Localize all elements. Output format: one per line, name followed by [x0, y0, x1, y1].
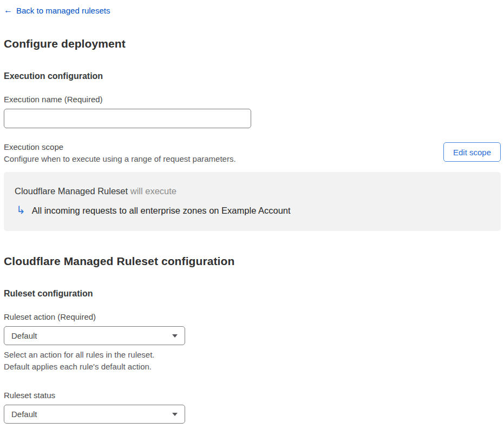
back-to-managed-rulesets-link[interactable]: ← Back to managed rulesets	[4, 6, 110, 15]
ruleset-configuration-subheading: Ruleset configuration	[4, 289, 501, 299]
execution-scope-text: Execution scope Configure when to execut…	[4, 142, 236, 165]
ruleset-action-help-line1: Select an action for all rules in the ru…	[4, 349, 501, 361]
ruleset-status-selected-value: Default	[11, 410, 37, 419]
edit-scope-button[interactable]: Edit scope	[443, 142, 501, 162]
ruleset-action-select[interactable]: Default	[4, 326, 185, 345]
execution-scope-row: Execution scope Configure when to execut…	[4, 142, 501, 165]
chevron-down-icon	[172, 334, 178, 338]
execution-preview-scope: ↳ All incoming requests to all enterpris…	[15, 206, 490, 216]
execution-name-input[interactable]	[4, 109, 251, 128]
ruleset-action-selected-value: Default	[11, 331, 37, 340]
ruleset-action-help: Select an action for all rules in the ru…	[4, 349, 501, 373]
execution-configuration-heading: Execution configuration	[4, 71, 501, 81]
preview-will-execute: will execute	[128, 186, 176, 196]
back-arrow-icon: ←	[4, 6, 12, 15]
ruleset-action-label: Ruleset action (Required)	[4, 312, 501, 321]
branch-arrow-icon: ↳	[16, 204, 25, 215]
page-title: Configure deployment	[4, 37, 501, 50]
execution-preview-box: Cloudflare Managed Ruleset will execute …	[4, 172, 501, 231]
execution-scope-description: Configure when to execute using a range …	[4, 153, 236, 165]
ruleset-status-select[interactable]: Default	[4, 405, 185, 424]
preview-scope-text: All incoming requests to all enterprise …	[32, 206, 291, 216]
ruleset-action-help-line2: Default applies each rule's default acti…	[4, 361, 501, 373]
preview-ruleset-name: Cloudflare Managed Ruleset	[15, 186, 128, 196]
ruleset-configuration-section-heading: Cloudflare Managed Ruleset configuration	[4, 255, 501, 268]
back-link-label: Back to managed rulesets	[16, 6, 110, 15]
execution-name-label: Execution name (Required)	[4, 95, 501, 104]
ruleset-status-label: Ruleset status	[4, 391, 501, 400]
execution-scope-label: Execution scope	[4, 142, 236, 151]
chevron-down-icon	[172, 413, 178, 416]
configure-deployment-page: ← Back to managed rulesets Configure dep…	[0, 0, 504, 429]
execution-preview-summary: Cloudflare Managed Ruleset will execute	[15, 186, 490, 196]
